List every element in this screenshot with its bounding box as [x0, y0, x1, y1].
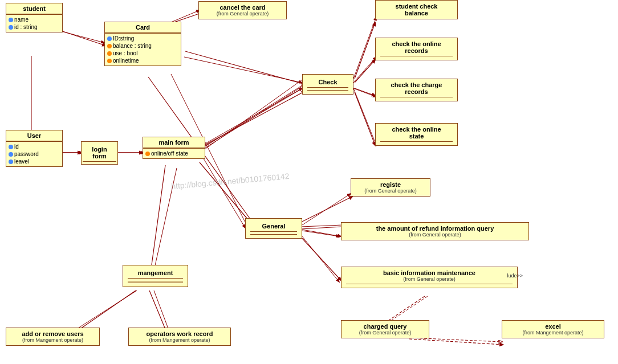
add-remove-users-sub: (from Mangement operate) — [11, 337, 95, 343]
svg-line-9 — [353, 57, 376, 83]
general-box: General — [245, 218, 302, 239]
svg-line-5 — [202, 157, 245, 228]
check-charge-records-box: check the chargerecords — [375, 79, 458, 101]
charged-query-sub: (from General operate) — [346, 330, 424, 336]
login-form-box: login form — [81, 141, 118, 165]
student-title: student — [6, 3, 62, 14]
student-check-balance-title: student checkbalance — [380, 3, 453, 17]
check-online-records-box: check the onlinerecords — [375, 38, 458, 60]
excel-title: excel — [507, 323, 599, 330]
registe-title: registe — [356, 181, 425, 188]
svg-line-11 — [353, 88, 376, 145]
registe-sub: (from General operate) — [356, 188, 425, 194]
user-attr-id: id — [9, 143, 60, 150]
field-icon — [107, 44, 112, 48]
operators-work-record-box: operators work record (from Mangement op… — [128, 328, 231, 346]
check-title: Check — [307, 77, 348, 88]
key-icon — [9, 159, 13, 164]
check-online-state-title: check the onlinestate — [380, 126, 453, 140]
student-box: student name id : string — [6, 3, 63, 32]
student-attr-id: id : string — [9, 23, 60, 31]
key-icon — [107, 36, 112, 41]
main-form-box: main form online/off state — [143, 137, 205, 159]
user-attr-password: password — [9, 150, 60, 158]
svg-line-12 — [302, 194, 351, 225]
basic-info-sub: (from General operate) — [346, 276, 513, 282]
user-box: User id password leavel — [6, 130, 63, 167]
main-form-attrs: online/off state — [143, 148, 205, 158]
check-online-state-box: check the onlinestate — [375, 123, 458, 146]
svg-line-22 — [202, 80, 302, 151]
registe-box: registe (from General operate) — [351, 178, 430, 197]
main-form-attr-online: online/off state — [145, 150, 202, 157]
student-attrs: name id : string — [6, 14, 62, 32]
add-remove-users-title: add or remove users — [11, 330, 95, 337]
svg-line-14 — [302, 236, 339, 282]
operators-work-record-sub: (from Mangement operate) — [133, 337, 226, 343]
basic-info-box: basic information maintenance (from Gene… — [341, 267, 518, 288]
check-online-records-title: check the onlinerecords — [380, 40, 453, 54]
general-title: General — [250, 221, 297, 232]
cancel-card-box: cancel the card (from General operate) — [198, 1, 287, 19]
watermark: http://blog.csdn.net/b0101760142 — [171, 171, 290, 191]
main-form-title: main form — [143, 137, 205, 148]
cancel-card-sub: (from General operate) — [204, 11, 282, 17]
excel-sub: (from Mangement operate) — [507, 330, 599, 336]
svg-line-4 — [202, 88, 302, 145]
add-remove-users-box: add or remove users (from Mangement oper… — [6, 328, 100, 346]
card-attr-balance: balance : string — [107, 42, 178, 50]
excel-box: excel (from Mangement operate) — [502, 320, 604, 338]
mangement-box: mangement — [123, 265, 188, 287]
field-icon — [145, 152, 150, 156]
student-attr-name: name — [9, 16, 60, 23]
refund-query-title: the amount of refund information query — [346, 225, 524, 232]
mangement-title: mangement — [128, 268, 183, 279]
field-icon — [107, 59, 112, 63]
check-charge-records-title: check the chargerecords — [380, 81, 453, 95]
svg-line-10 — [353, 88, 376, 97]
card-attr-use: use : bool — [107, 50, 178, 57]
key-icon — [9, 152, 13, 157]
student-check-balance-box: student checkbalance — [375, 0, 458, 19]
card-attr-onlinetime: onlinetime — [107, 57, 178, 64]
card-attr-id: ID:string — [107, 35, 178, 42]
card-title: Card — [105, 22, 181, 33]
svg-line-7 — [184, 57, 302, 83]
svg-line-18 — [410, 338, 502, 342]
arrows-svg — [0, 0, 618, 364]
card-attrs: ID:string balance : string use : bool on… — [105, 33, 181, 66]
svg-line-0 — [62, 31, 104, 43]
key-icon — [9, 145, 13, 149]
charged-query-box: charged query (from General operate) — [341, 320, 429, 338]
svg-line-6 — [154, 168, 177, 271]
diagram-container: student name id : string Card ID:string … — [0, 0, 618, 364]
svg-line-21 — [202, 85, 302, 148]
user-title: User — [6, 130, 62, 141]
svg-line-8 — [353, 17, 376, 79]
card-box: Card ID:string balance : string use : bo… — [104, 22, 181, 66]
cancel-card-title: cancel the card — [204, 4, 282, 11]
operators-work-record-title: operators work record — [133, 330, 226, 337]
login-form-title: login form — [83, 144, 116, 162]
user-attr-leavel: leavel — [9, 158, 60, 165]
check-box: Check — [302, 74, 353, 95]
refund-query-sub: (from General operate) — [346, 232, 524, 238]
refund-query-box: the amount of refund information query (… — [341, 222, 529, 240]
user-attrs: id password leavel — [6, 141, 62, 166]
charged-query-title: charged query — [346, 323, 424, 330]
key-icon — [9, 18, 13, 22]
key-icon — [9, 25, 13, 30]
field-icon — [107, 51, 112, 56]
basic-info-title: basic information maintenance — [346, 269, 513, 276]
svg-line-13 — [302, 231, 339, 236]
